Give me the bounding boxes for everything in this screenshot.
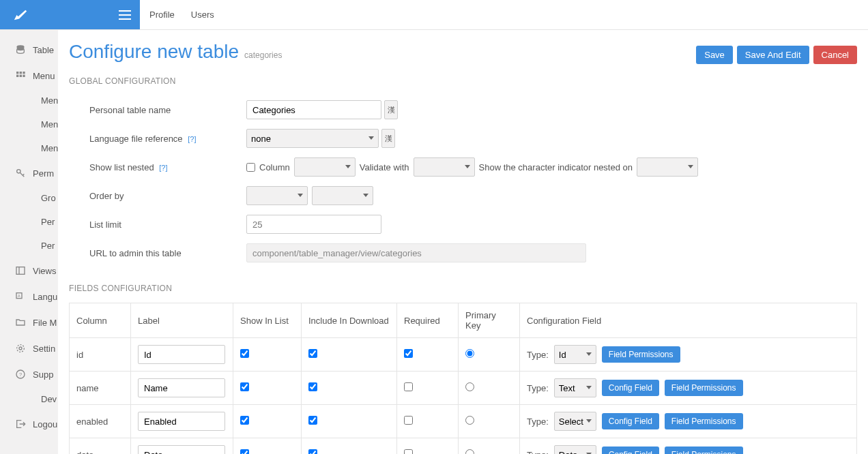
sidebar-child[interactable]: Per [0, 234, 58, 258]
required-checkbox[interactable] [404, 349, 413, 358]
translate-button[interactable]: 漢 [381, 129, 395, 148]
personal-table-name-label: Personal table name [89, 105, 246, 115]
field-permissions-button[interactable]: Field Permissions [665, 413, 743, 429]
columns-icon [15, 264, 27, 277]
th-include: Include In Download [302, 303, 397, 338]
cancel-button[interactable]: Cancel [813, 46, 857, 64]
show-in-list-checkbox[interactable] [240, 349, 249, 358]
topmenu-users[interactable]: Users [191, 10, 214, 20]
nested-on-label: Show the character indicator nested on [479, 162, 633, 172]
save-button[interactable]: Save [696, 46, 733, 64]
list-limit-input[interactable] [246, 215, 381, 234]
include-download-checkbox[interactable] [308, 382, 317, 391]
top-menu: Profile Users [140, 0, 214, 29]
config-field-button[interactable]: Config Field [602, 380, 659, 396]
th-primary: Primary Key [459, 303, 520, 338]
type-select[interactable]: Select [554, 412, 596, 431]
primary-key-radio[interactable] [465, 382, 474, 391]
svg-text:?: ? [19, 372, 22, 378]
lang-file-select[interactable]: none [246, 129, 379, 148]
save-and-edit-button[interactable]: Save And Edit [737, 46, 809, 64]
sidebar-child[interactable]: Men [0, 112, 58, 136]
menu-icon [119, 10, 131, 20]
field-permissions-button[interactable]: Field Permissions [665, 380, 743, 396]
include-download-checkbox[interactable] [308, 349, 317, 358]
language-icon: A [15, 290, 27, 303]
svg-rect-4 [16, 75, 18, 77]
field-permissions-button[interactable]: Field Permissions [602, 346, 680, 363]
th-show: Show In List [233, 303, 302, 338]
translate-button[interactable]: 漢 [384, 100, 398, 119]
sidebar-child[interactable]: Gro [0, 186, 58, 210]
show-in-list-checkbox[interactable] [240, 449, 249, 454]
sidebar-child[interactable]: Men [0, 89, 58, 112]
show-in-list-checkbox[interactable] [240, 416, 249, 425]
sidebar-item-file[interactable]: File M [0, 309, 58, 335]
primary-key-radio[interactable] [465, 449, 474, 454]
required-checkbox[interactable] [404, 449, 413, 454]
svg-point-12 [19, 347, 22, 350]
th-required: Required [397, 303, 459, 338]
topbar: Profile Users [0, 0, 868, 30]
config-field-button[interactable]: Config Field [602, 447, 659, 454]
help-icon[interactable]: [?] [188, 135, 196, 143]
sidebar-toggle[interactable] [109, 0, 140, 30]
table-row: idType:IdField Permissions [70, 338, 857, 372]
required-checkbox[interactable] [404, 416, 413, 425]
nested-on-select[interactable] [637, 157, 698, 177]
svg-rect-6 [23, 75, 25, 77]
type-select[interactable]: Text [554, 378, 596, 397]
personal-table-name-input[interactable] [246, 100, 381, 119]
primary-key-radio[interactable] [465, 349, 474, 358]
sidebar-item-label: Menu [33, 71, 55, 81]
sidebar-item-views[interactable]: Views [0, 258, 58, 284]
sidebar-item-label: Settin [33, 344, 55, 354]
show-nested-checkbox[interactable] [246, 163, 255, 172]
sidebar-child[interactable]: Per [0, 210, 58, 234]
required-checkbox[interactable] [404, 382, 413, 391]
cell-column: id [70, 338, 131, 372]
database-icon [15, 44, 27, 56]
help-icon[interactable]: [?] [159, 164, 167, 172]
topmenu-profile[interactable]: Profile [149, 10, 175, 20]
sidebar-item-support[interactable]: ? Supp [0, 361, 58, 387]
label-input[interactable] [138, 345, 225, 364]
label-input[interactable] [138, 378, 225, 397]
show-in-list-checkbox[interactable] [240, 382, 249, 391]
include-download-checkbox[interactable] [308, 449, 317, 454]
bird-icon [13, 7, 28, 22]
type-select[interactable]: Id [554, 345, 596, 364]
cell-column: date [70, 438, 131, 455]
help-icon: ? [15, 368, 27, 380]
include-download-checkbox[interactable] [308, 416, 317, 425]
gear-icon [15, 342, 27, 354]
th-config: Configuration Field [520, 303, 857, 338]
validate-with-select[interactable] [414, 157, 475, 177]
sidebar-item-perm[interactable]: Perm [0, 160, 58, 186]
folder-icon [15, 316, 27, 329]
config-field-button[interactable]: Config Field [602, 413, 659, 429]
order-by-column-select[interactable] [246, 186, 308, 205]
sidebar-item-menu[interactable]: Menu [0, 63, 58, 89]
field-permissions-button[interactable]: Field Permissions [665, 447, 743, 454]
type-select[interactable]: Date [554, 445, 596, 454]
svg-rect-5 [20, 75, 22, 77]
sidebar-child[interactable]: Men [0, 136, 58, 160]
column-label: Column [259, 162, 290, 172]
sidebar-item-logout[interactable]: Logou [0, 411, 58, 437]
label-input[interactable] [138, 412, 225, 431]
sidebar-child[interactable]: Dev [0, 387, 58, 411]
sidebar-item-langu[interactable]: A Langu [0, 284, 58, 309]
sidebar: Table Menu Men Men Men Perm Gro Per Per … [0, 30, 58, 454]
primary-key-radio[interactable] [465, 416, 474, 425]
fields-config-heading: FIELDS CONFIGURATION [69, 284, 857, 293]
label-input[interactable] [138, 445, 225, 454]
sidebar-item-table[interactable]: Table [0, 37, 58, 63]
header-actions: Save Save And Edit Cancel [696, 46, 857, 64]
global-config-heading: GLOBAL CONFIGURATION [69, 76, 857, 86]
sidebar-item-label: Supp [33, 369, 53, 380]
order-by-direction-select[interactable] [312, 186, 373, 205]
svg-rect-8 [16, 267, 25, 275]
nested-column-select[interactable] [294, 157, 356, 177]
sidebar-item-settings[interactable]: Settin [0, 335, 58, 361]
